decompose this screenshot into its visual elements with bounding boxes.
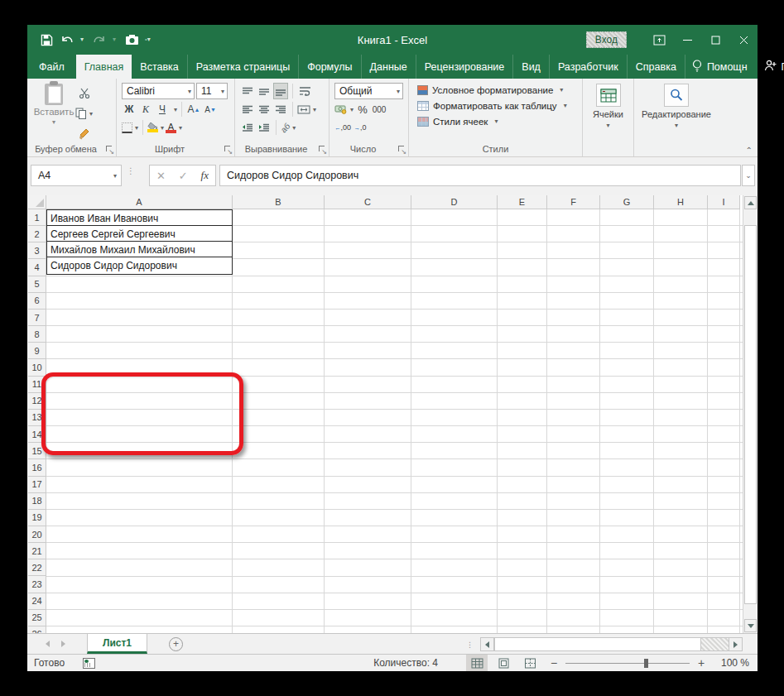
tab-вид[interactable]: Вид: [513, 55, 550, 79]
cut-icon[interactable]: [75, 84, 93, 101]
scroll-left-icon[interactable]: [480, 637, 494, 651]
row-header-10[interactable]: 10: [28, 359, 46, 376]
normal-view-icon[interactable]: [466, 655, 488, 671]
percent-style-button[interactable]: %: [355, 101, 370, 118]
zoom-in-button[interactable]: +: [693, 656, 709, 670]
row-header-26[interactable]: 26: [28, 626, 46, 633]
name-box[interactable]: A4 ▾: [31, 165, 122, 186]
expand-formula-bar-icon[interactable]: ⌄: [742, 165, 755, 186]
row-header-13[interactable]: 13: [28, 410, 46, 426]
page-layout-view-icon[interactable]: [493, 655, 514, 671]
insert-function-icon[interactable]: fx: [201, 169, 209, 182]
row-header-8[interactable]: 8: [28, 326, 46, 343]
column-header-G[interactable]: G: [600, 195, 654, 209]
tab-вставка[interactable]: Вставка: [132, 55, 187, 79]
row-header-1[interactable]: 1: [28, 209, 46, 226]
row-header-7[interactable]: 7: [28, 310, 46, 326]
cells-button[interactable]: Ячейки ▾: [588, 82, 628, 131]
font-dialog-launcher[interactable]: [224, 145, 232, 153]
collapse-ribbon-icon[interactable]: ⌃: [746, 146, 753, 155]
add-sheet-icon[interactable]: +: [169, 637, 183, 651]
row-header-18[interactable]: 18: [28, 493, 46, 510]
align-center-icon[interactable]: [257, 101, 272, 118]
cells-dropdown-icon[interactable]: ▾: [606, 122, 609, 129]
maximize-button[interactable]: [701, 25, 729, 55]
vertical-scroll-thumb[interactable]: [744, 225, 757, 604]
row-header-4[interactable]: 4: [28, 259, 46, 276]
font-size-combo[interactable]: 11▾: [196, 83, 228, 99]
column-header-A[interactable]: A: [46, 195, 233, 209]
select-all-corner[interactable]: [28, 195, 46, 209]
conditional-formatting-button[interactable]: Условное форматирование▾: [417, 82, 577, 98]
cell-A4[interactable]: Сидоров Сидор Сидорович: [46, 257, 233, 274]
bold-button[interactable]: Ж: [122, 101, 137, 118]
horizontal-scrollbar[interactable]: ⋮: [466, 636, 743, 652]
row-header-19[interactable]: 19: [28, 510, 46, 526]
formula-input[interactable]: Сидоров Сидор Сидорович: [219, 165, 741, 186]
align-left-icon[interactable]: [240, 101, 255, 118]
copy-dropdown-icon[interactable]: ▾: [89, 110, 93, 118]
scroll-down-icon[interactable]: [744, 619, 757, 632]
align-bottom-icon[interactable]: [273, 83, 288, 99]
cancel-entry-icon[interactable]: ✕: [156, 170, 166, 182]
number-format-combo[interactable]: Общий▾: [334, 83, 403, 99]
cell-A1[interactable]: Иванов Иван Иванович: [46, 209, 233, 227]
font-name-combo[interactable]: Calibri▾: [122, 83, 195, 99]
cell-A3[interactable]: Михайлов Михаил Михайлович: [46, 241, 233, 258]
align-middle-icon[interactable]: [257, 83, 272, 99]
formula-bar-resizer[interactable]: ⋮: [127, 169, 130, 182]
column-header-H[interactable]: H: [654, 195, 708, 209]
row-header-14[interactable]: 14: [28, 426, 46, 443]
page-break-view-icon[interactable]: [519, 655, 541, 671]
format-painter-icon[interactable]: [75, 126, 93, 142]
paste-dropdown-icon[interactable]: ▾: [52, 118, 55, 126]
row-header-20[interactable]: 20: [28, 526, 46, 543]
decrease-decimal-button[interactable]: →,0: [353, 119, 368, 136]
column-header-C[interactable]: C: [325, 195, 411, 209]
number-dialog-launcher[interactable]: [397, 145, 406, 153]
column-header-D[interactable]: D: [411, 195, 498, 209]
close-button[interactable]: [729, 25, 758, 55]
tab-формулы[interactable]: Формулы: [299, 55, 361, 79]
customize-qat-icon[interactable]: ⹀▾: [145, 33, 151, 46]
column-header-I[interactable]: I: [708, 195, 740, 209]
macro-record-icon[interactable]: [83, 658, 95, 669]
worksheet-grid[interactable]: ABCDEFGHI 123456789101112131415161718192…: [28, 195, 743, 633]
share-item[interactable]: Поделиться: [758, 60, 784, 74]
wrap-text-icon[interactable]: [297, 83, 312, 99]
column-header-F[interactable]: F: [547, 195, 600, 209]
alignment-dialog-launcher[interactable]: [318, 145, 326, 153]
column-header-B[interactable]: B: [233, 195, 325, 209]
horizontal-scroll-track[interactable]: [701, 637, 729, 651]
decrease-font-button[interactable]: A▼: [203, 101, 218, 118]
row-header-24[interactable]: 24: [28, 593, 46, 610]
underline-dropdown-icon[interactable]: ▾: [174, 106, 177, 113]
vertical-scrollbar[interactable]: [743, 195, 757, 633]
minimize-button[interactable]: [673, 25, 701, 55]
scroll-right-icon[interactable]: [729, 637, 743, 651]
row-header-15[interactable]: 15: [28, 443, 46, 459]
tell-me-item[interactable]: Помощн: [685, 60, 754, 74]
row-header-21[interactable]: 21: [28, 543, 46, 559]
row-header-11[interactable]: 11: [28, 377, 46, 393]
font-color-icon[interactable]: А ▾: [166, 119, 182, 136]
cell-area[interactable]: Иванов Иван ИвановичСергеев Сергей Серге…: [46, 209, 743, 633]
accounting-format-icon[interactable]: ▾: [334, 101, 354, 118]
borders-icon[interactable]: ▾: [122, 119, 138, 136]
scroll-up-icon[interactable]: [744, 196, 757, 209]
editing-dropdown-icon[interactable]: ▾: [675, 122, 678, 129]
tab-разработчик[interactable]: Разработчик: [550, 55, 628, 79]
row-header-5[interactable]: 5: [28, 276, 46, 293]
sign-in-button[interactable]: Вход: [586, 31, 627, 48]
format-as-table-button[interactable]: Форматировать как таблицу▾: [417, 98, 577, 113]
name-box-dropdown-icon[interactable]: ▾: [113, 172, 117, 180]
confirm-entry-icon[interactable]: ✓: [179, 170, 188, 182]
comma-style-button[interactable]: 000: [372, 101, 387, 118]
underline-button[interactable]: Ч: [155, 101, 170, 118]
undo-icon[interactable]: [60, 33, 75, 46]
row-header-9[interactable]: 9: [28, 343, 46, 359]
next-sheet-icon[interactable]: [61, 641, 65, 647]
ribbon-display-options-icon[interactable]: [645, 25, 673, 55]
increase-font-button[interactable]: A▲: [186, 101, 201, 118]
zoom-out-button[interactable]: −: [546, 656, 562, 670]
